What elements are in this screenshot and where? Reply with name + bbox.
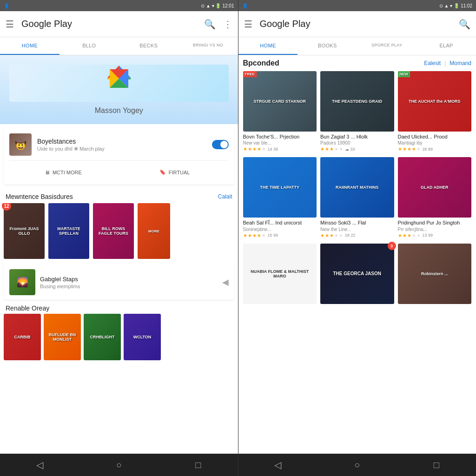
phone-right: 👤 ⊙ ▲ ▾ 🔋 11:02 ☰ Google Play 🔍 HOME BOO…	[238, 0, 476, 476]
nav-recents-left[interactable]: □	[189, 460, 207, 470]
nav-home-right[interactable]: ○	[348, 460, 366, 470]
tab-elap-right[interactable]: ELAP	[416, 37, 476, 55]
book-grid-9[interactable]: Robinstern ...	[398, 244, 472, 304]
account-info: Boyelstances Uide to you dhil ❋ March pl…	[37, 138, 206, 152]
rating-count-4: 15 99	[268, 233, 278, 238]
promo-title: Gabglel Staps	[40, 276, 218, 283]
promo-image: 🌄	[9, 269, 35, 295]
books-row-1: 12 Fromont JUAS OLLO MARTASTE SPELLAN BI…	[0, 203, 238, 263]
book-grid-cover-8: THE GEORCA JASON	[320, 244, 394, 304]
stars-4: ★ ★ ★ ★ ★ 15 99	[243, 233, 317, 238]
account-subtitle: Uide to you dhil ❋ March play	[37, 146, 206, 152]
book-title-3: Daed Ulicked... Prood	[398, 133, 472, 140]
books-section: Bpconded Ealesit | Momand STRGUE CARD ST…	[238, 55, 476, 308]
book-grid-5[interactable]: RAIINRANT MATHINS Minsso Sokl3 ... Flal …	[320, 157, 394, 238]
star4: ★	[257, 146, 261, 152]
tab-sporce-right[interactable]: SPORCE PLAY	[357, 37, 416, 55]
badge-number-8: 3	[388, 242, 396, 250]
book-grid-1[interactable]: STRGUE CARD STAKNOR FREE Bovn Toche'S...…	[243, 71, 317, 152]
avatar-image: 🤠	[9, 133, 32, 156]
book-cover-2: MARTASTE SPELLAN	[48, 203, 89, 259]
status-time-right: 11:02	[461, 3, 472, 8]
app-title-left: Google Play	[21, 19, 197, 29]
bottom-book-3[interactable]: CRHBLIGHT	[84, 314, 121, 360]
status-time-left: 12:01	[222, 3, 234, 8]
rating-count-3: 26 89	[423, 147, 433, 152]
menu-icon-right[interactable]: ☰	[244, 19, 252, 30]
search-icon-right[interactable]: 🔍	[459, 19, 470, 30]
account-btn-more[interactable]: 🖥 MCTI MORE	[9, 165, 117, 179]
badge-new-3: NEW	[398, 71, 410, 77]
status-icons-left: ⊙ ▲ ▾ 🔋	[201, 3, 221, 8]
book-grid-8[interactable]: THE GEORCA JASON 3	[320, 244, 394, 304]
book-item-3[interactable]: BILL ROWS FAGLE TOURS	[93, 203, 134, 259]
book-title-1: Bovn Toche'S... Prjection	[243, 133, 317, 140]
book-grid-3[interactable]: THE AUCHAT the A'MORS NEW Daed Ulicked..…	[398, 71, 472, 152]
more-icon-left[interactable]: ⋮	[223, 19, 232, 30]
status-user-icon-right: 👤	[242, 3, 248, 8]
stars-5: ★ ★ ★ ★ ★ 18 22	[320, 233, 394, 238]
promo-action-icon[interactable]: ◀	[222, 277, 229, 287]
book-grid-2[interactable]: THE PEASTDENG GRAID Bun Zagiaf 3 ... Hlo…	[320, 71, 394, 152]
books-link1[interactable]: Ealesit	[424, 60, 441, 66]
badge-free-1: FREE	[243, 71, 257, 77]
account-name: Boyelstances	[37, 138, 206, 145]
bottom-books-row: CARBIB BUFLUDE BN MONLIST CRHBLIGHT WCLT…	[0, 314, 238, 360]
stars-2: ★ ★ ★ ★ ★ ☁ 33	[320, 146, 394, 152]
book-grid-cover-1: STRGUE CARD STAKNOR FREE	[243, 71, 317, 132]
account-btn-virtual[interactable]: 🔖 FIRTUAL	[121, 165, 229, 179]
book-item-4[interactable]: MORE	[138, 203, 170, 259]
nav-back-right[interactable]: ◁	[269, 459, 287, 470]
promo-subtitle: Busing eiemplims	[40, 284, 218, 289]
books-scroll-area[interactable]: Bpconded Ealesit | Momand STRGUE CARD ST…	[238, 55, 476, 454]
book-title-2: Bun Zagiaf 3 ... Hlolk	[320, 133, 394, 140]
tab-home-left[interactable]: HOME	[0, 37, 60, 55]
book-subtitle-1: New var ble...	[243, 140, 317, 145]
more-icon: 🖥	[45, 170, 50, 175]
profile-name: Masson Yogey	[9, 106, 229, 115]
book-grid-6[interactable]: GLAD ADHER Pridinghund Pur Jo Singtoh Pr…	[398, 157, 472, 238]
nav-back-left[interactable]: ◁	[30, 459, 49, 470]
tab-books-right[interactable]: BOOKS	[298, 37, 357, 55]
account-toggle[interactable]	[212, 140, 229, 149]
account-buttons: 🖥 MCTI MORE 🔖 FIRTUAL	[9, 160, 229, 179]
books-section-title: Bpconded	[243, 59, 279, 67]
account-card: 🤠 Boyelstances Uide to you dhil ❋ March …	[4, 128, 234, 185]
status-bar-right: 👤 ⊙ ▲ ▾ 🔋 11:02	[238, 0, 476, 11]
book-item-2[interactable]: MARTASTE SPELLAN	[48, 203, 89, 259]
nav-recents-right[interactable]: □	[427, 460, 446, 470]
book-title-6: Pridinghund Pur Jo Singtoh	[398, 219, 472, 226]
bottom-cover-2: BUFLUDE BN MONLIST	[44, 314, 81, 360]
book-subtitle-5: New the Line...	[320, 227, 394, 232]
book-grid-4[interactable]: THE TIME LAPATTY Beah Sal Fl̈... Ind uni…	[243, 157, 317, 238]
promo-info: Gabglel Staps Busing eiemplims	[40, 276, 218, 289]
account-avatar: 🤠	[9, 133, 32, 156]
bottom-cover-4: WCLTON	[124, 314, 161, 360]
star5: ★	[262, 146, 266, 152]
bottom-book-2[interactable]: BUFLUDE BN MONLIST	[44, 314, 81, 360]
status-icons-right: ⊙ ▲ ▾ 🔋	[439, 3, 459, 8]
star2: ★	[248, 146, 252, 152]
section1-link[interactable]: Calait	[218, 193, 232, 200]
book-title-4: Beah Sal Fl̈... Ind unicorst	[243, 219, 317, 226]
book-item-1[interactable]: 12 Fromont JUAS OLLO	[4, 203, 45, 259]
book-cover-4: MORE	[138, 203, 170, 259]
books-section-links: Ealesit | Momand	[424, 60, 471, 66]
menu-icon-left[interactable]: ☰	[6, 19, 14, 30]
tab-becks-left[interactable]: BECKS	[119, 37, 178, 55]
nav-home-left[interactable]: ○	[110, 460, 128, 470]
book-subtitle-4: Sonineptine...	[243, 227, 317, 232]
book-title-5: Minsso Sokl3 ... Flal	[320, 219, 394, 226]
stars-6: ★ ★ ★ ★ ★ 13 99	[398, 233, 472, 238]
books-link2[interactable]: Momand	[450, 60, 471, 66]
book-grid-cover-2: THE PEASTDENG GRAID	[320, 71, 394, 132]
tab-home-right[interactable]: HOME	[238, 37, 298, 55]
tab-bringi-left[interactable]: BRINGI YS NO	[178, 37, 238, 55]
book-grid-7[interactable]: NUABIA FLOME & MALTHIST MARO	[243, 244, 317, 304]
bottom-book-1[interactable]: CARBIB	[4, 314, 41, 360]
bottom-book-4[interactable]: WCLTON	[124, 314, 161, 360]
tab-bllo-left[interactable]: BLLO	[60, 37, 119, 55]
book-grid-cover-6: GLAD ADHER	[398, 157, 472, 218]
section1-header: Mewntence Basisdures Calait	[0, 188, 238, 203]
search-icon-left[interactable]: 🔍	[204, 19, 216, 30]
